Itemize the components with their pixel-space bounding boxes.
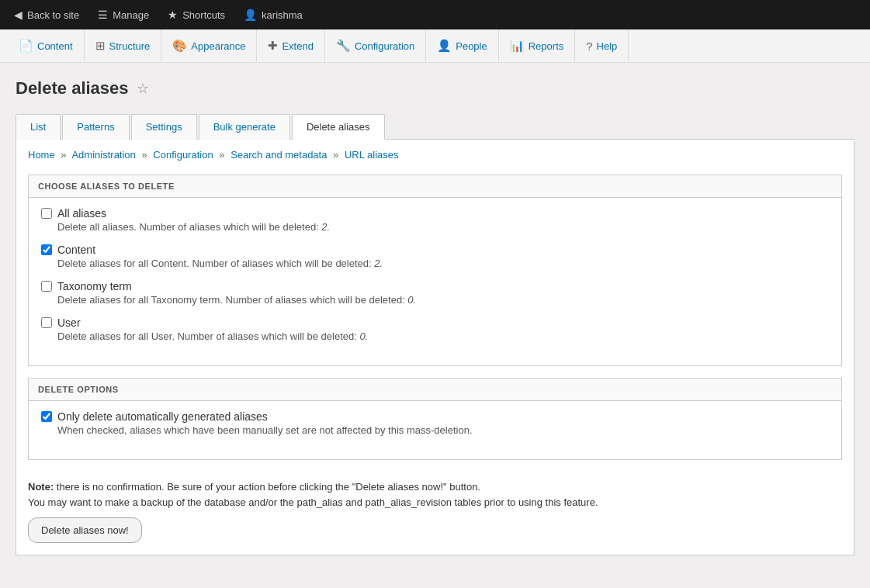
secondary-nav: 📄 Content ⊞ Structure 🎨 Appearance ✚ Ext… [0,29,870,63]
delete-options-title: DELETE OPTIONS [29,379,841,401]
content-checkbox[interactable] [41,244,52,255]
note-area: Note: there is no confirmation. Be sure … [16,472,854,555]
taxonomy-checkbox[interactable] [41,281,52,292]
breadcrumb-home[interactable]: Home [28,149,55,161]
tab-patterns[interactable]: Patterns [62,114,129,140]
note-bold: Note: [28,481,54,493]
nav-extend[interactable]: ✚ Extend [257,29,324,63]
nav-reports[interactable]: 📊 Reports [499,29,576,63]
checkbox-row-content: Content Delete aliases for all Content. … [41,244,829,269]
note-text: Note: there is no confirmation. Be sure … [28,479,842,495]
choose-aliases-title: CHOOSE ALIASES TO DELETE [29,175,841,198]
nav-people[interactable]: 👤 People [426,29,498,63]
tabs-container: List Patterns Settings Bulk generate Del… [16,114,854,140]
choose-aliases-content: All aliases Delete all aliases. Number o… [29,198,841,365]
tab-list[interactable]: List [16,114,61,140]
taxonomy-desc: Delete aliases for all Taxonomy term. Nu… [57,294,829,306]
taxonomy-text: Taxonomy term [57,280,132,292]
extend-icon: ✚ [268,39,278,53]
only-auto-text: Only delete automatically generated alia… [57,410,268,423]
breadcrumb: Home » Administration » Configuration » … [16,140,854,167]
delete-options-content: Only delete automatically generated alia… [29,401,841,459]
page-title: Delete aliases [16,78,129,99]
tab-bulk-generate[interactable]: Bulk generate [199,114,290,140]
manage-link[interactable]: ☰ Manage [90,0,157,29]
delete-aliases-now-button[interactable]: Delete aliases now! [28,517,142,543]
checkbox-row-taxonomy: Taxonomy term Delete aliases for all Tax… [41,280,829,306]
content-icon: 📄 [19,39,33,53]
page-title-row: Delete aliases ☆ [16,78,854,99]
people-icon: 👤 [437,39,452,53]
menu-icon: ☰ [98,9,108,21]
breadcrumb-url-aliases[interactable]: URL aliases [345,149,399,161]
user-label[interactable]: User [41,316,829,329]
choose-aliases-section: CHOOSE ALIASES TO DELETE All aliases Del… [28,175,842,366]
user-icon: 👤 [244,9,257,21]
all-aliases-checkbox[interactable] [41,208,52,219]
arrow-left-icon: ◀ [14,9,23,21]
bookmark-star-icon[interactable]: ☆ [137,80,149,97]
checkbox-row-only-auto: Only delete automatically generated alia… [41,410,829,436]
only-auto-checkbox[interactable] [41,411,52,422]
breadcrumb-administration[interactable]: Administration [71,149,135,161]
tab-delete-aliases[interactable]: Delete aliases [292,114,385,140]
star-icon: ★ [168,9,178,21]
user-text: User [57,316,81,329]
checkbox-row-all-aliases: All aliases Delete all aliases. Number o… [41,207,829,233]
nav-configuration[interactable]: 🔧 Configuration [325,29,426,63]
nav-help[interactable]: ? Help [575,29,629,63]
tab-settings[interactable]: Settings [131,114,197,140]
delete-options-section: DELETE OPTIONS Only delete automatically… [28,378,842,460]
content-label[interactable]: Content [41,244,829,256]
shortcuts-link[interactable]: ★ Shortcuts [160,0,233,29]
only-auto-desc: When checked, aliases which have been ma… [57,424,829,436]
nav-structure[interactable]: ⊞ Structure [85,29,162,63]
all-aliases-desc: Delete all aliases. Number of aliases wh… [57,221,829,233]
reports-icon: 📊 [510,39,525,53]
configuration-icon: 🔧 [336,39,351,53]
note-text1: there is no confirmation. Be sure of you… [57,481,480,493]
breadcrumb-configuration[interactable]: Configuration [153,149,213,161]
checkbox-row-user: User Delete aliases for all User. Number… [41,316,829,342]
note-text2: You may want to make a backup of the dat… [28,495,842,510]
breadcrumb-search-metadata[interactable]: Search and metadata [230,149,327,161]
content-desc: Delete aliases for all Content. Number o… [57,258,829,269]
appearance-icon: 🎨 [172,39,187,53]
nav-appearance[interactable]: 🎨 Appearance [161,29,257,63]
back-to-site-link[interactable]: ◀ Back to site [6,0,87,29]
user-checkbox[interactable] [41,317,52,328]
help-icon: ? [586,40,592,53]
all-aliases-text: All aliases [57,207,106,220]
user-link[interactable]: 👤 karishma [236,0,310,29]
admin-bar: ◀ Back to site ☰ Manage ★ Shortcuts 👤 ka… [0,0,870,29]
structure-icon: ⊞ [95,39,106,53]
content-area: Home » Administration » Configuration » … [16,139,854,555]
content-text: Content [57,244,95,256]
main-content: Delete aliases ☆ List Patterns Settings … [0,63,870,588]
taxonomy-label[interactable]: Taxonomy term [41,280,829,292]
only-auto-label[interactable]: Only delete automatically generated alia… [41,410,829,423]
all-aliases-label[interactable]: All aliases [41,207,829,220]
user-desc: Delete aliases for all User. Number of a… [57,330,829,342]
nav-content[interactable]: 📄 Content [8,29,85,63]
